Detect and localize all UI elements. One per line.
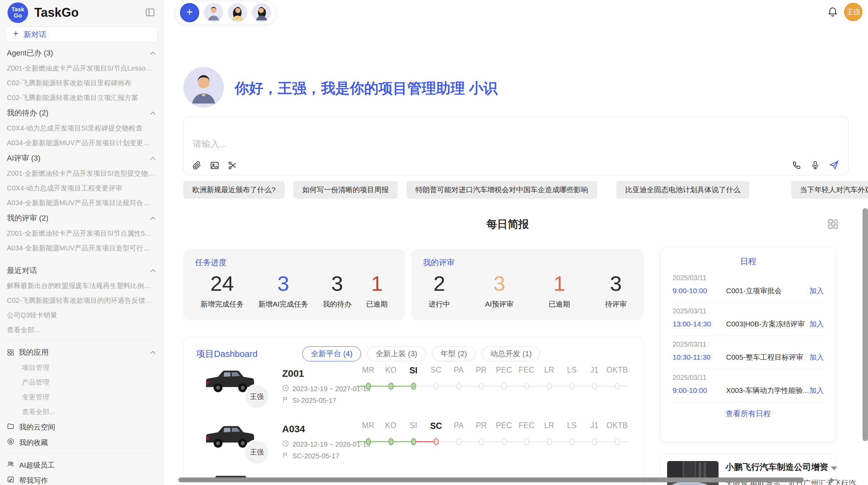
join-meeting-link[interactable]: 加入	[809, 352, 824, 362]
image-icon[interactable]	[210, 161, 219, 170]
horizontal-scrollbar[interactable]	[178, 477, 804, 482]
stat-new-completed-tasks: 24 新增完成任务	[201, 269, 244, 309]
sidebar-item-product-mgmt[interactable]: 产品管理	[7, 375, 156, 390]
section-header-my-todo[interactable]: 我的待办 (2)	[7, 105, 156, 121]
schedule-date: 2025/03/11	[673, 303, 824, 315]
section-header-agent-done[interactable]: Agent已办 (3)	[7, 45, 156, 61]
list-item[interactable]: A034-全新新能源MUV产品开发项目造型可行性评审	[7, 241, 156, 256]
sidebar-collapse-button[interactable]	[145, 7, 155, 18]
stat-value: 3	[258, 269, 308, 298]
join-meeting-link[interactable]: 加入	[809, 386, 824, 395]
tab-model-year[interactable]: 年型 (2)	[432, 346, 475, 361]
milestone-dot	[479, 438, 484, 445]
list-item[interactable]: C0X4-动力总成开发项目工程变更评审	[7, 181, 156, 196]
view-all-chats-link[interactable]: 查看全部...	[7, 323, 156, 337]
tab-new-platform[interactable]: 全新平台 (4)	[302, 346, 361, 361]
next-milestone-text: SC-2025-05-17	[292, 452, 339, 460]
stat-label: 进行中	[429, 299, 450, 309]
list-item[interactable]: 公司Q3轻卡销量	[7, 308, 156, 323]
send-icon[interactable]	[829, 160, 839, 170]
greeting-text: 你好，王强，我是你的项目管理助理 小识	[234, 78, 498, 99]
milestone-dot	[615, 438, 620, 445]
stat-value: 3	[323, 269, 352, 298]
project-row[interactable]: 王强 Z001 2023-12-19 ~ 2027-01-19 SI-2025-…	[184, 361, 644, 423]
sidebar-scroll-area: Agent已办 (3) Z001-全新燃油皮卡产品开发项目SI节点Lesson …	[0, 45, 163, 485]
suggestion-chip[interactable]: 如何写一份清晰的项目周报	[293, 181, 398, 199]
suggestion-chip[interactable]: 特朗普可能对进口汽车增税会对中国车企造成哪些影响	[407, 181, 597, 199]
milestone-label: OKTB	[606, 421, 628, 430]
flag-icon	[282, 452, 289, 460]
view-all-apps-link[interactable]: 查看全部...	[7, 405, 156, 419]
tab-powertrain-dev[interactable]: 动总开发 (1)	[482, 346, 540, 361]
section-header-ai-review[interactable]: AI评审 (3)	[7, 150, 156, 166]
milestone-label-current: SI	[402, 365, 425, 375]
chevron-up-icon	[150, 348, 156, 357]
main-content: 王强 你好，王强，我是你的项目管理助理 小识 欧洲新规最近颁布了什么? 如何写一…	[163, 0, 868, 485]
suggestion-chip[interactable]: 比亚迪全固态电池计划具体说了什么	[616, 181, 749, 199]
suggestion-chip[interactable]: 欧洲新规最近颁布了什么?	[183, 181, 285, 199]
divider	[7, 259, 156, 259]
section-header-recent-chats[interactable]: 最近对话	[7, 263, 156, 278]
sidebar-item-change-mgmt[interactable]: 变更管理	[7, 390, 156, 405]
list-item[interactable]: C0X4-动力总成开发项目SI里程碑提交物检查	[7, 121, 156, 136]
join-meeting-link[interactable]: 加入	[809, 319, 824, 329]
milestone-label: LS	[560, 421, 583, 430]
section-title: 我的待办 (2)	[7, 108, 150, 118]
view-all-schedule-link[interactable]: 查看所有日程	[673, 409, 824, 419]
microphone-icon[interactable]	[810, 160, 820, 170]
list-item[interactable]: C02-飞腾新能源轻客改款项目立项汇报方案	[7, 90, 156, 105]
assistant-avatar-3[interactable]	[252, 3, 271, 22]
section-header-my-apps[interactable]: 我的应用	[7, 345, 156, 360]
tab-new-body[interactable]: 全新上装 (3)	[367, 346, 426, 361]
list-item[interactable]: Z001-全新燃油皮卡产品开发项目SI节点Lesson Learn报告	[7, 61, 156, 76]
milestone-label: SI	[402, 421, 425, 430]
list-item[interactable]: A034-全新新能源MUV产品开发项目法规符合性评审	[7, 196, 156, 210]
list-item[interactable]: A034-全新新能源MUV产品开发项目计划变更表编写	[7, 136, 156, 150]
assistant-greeting-avatar	[183, 67, 224, 108]
project-row[interactable]: 王强 A034 2023-12-19 ~ 2026-01-19 SC-2025-…	[184, 417, 644, 478]
sidebar-item-project-mgmt[interactable]: 项目管理	[7, 360, 156, 375]
folder-icon	[7, 422, 14, 432]
sidebar-item-favorites[interactable]: 我的收藏	[7, 435, 156, 450]
suggestion-chip[interactable]: 当下年轻人对汽车外观有怎样的喜好趋势	[791, 181, 868, 199]
notification-bell-button[interactable]	[827, 6, 839, 19]
schedule-entry: 2025/03/11 13:00-14:30 C003|H0B-方案冻结评审 加…	[673, 303, 824, 336]
user-avatar[interactable]: 王强	[844, 3, 863, 21]
card-title: 我的评审	[423, 257, 632, 268]
scroll-right-arrow-icon[interactable]	[830, 477, 834, 483]
add-assistant-button[interactable]	[180, 3, 199, 22]
timeline-progress	[357, 441, 414, 442]
section-title: AI评审 (3)	[7, 153, 150, 163]
sidebar-item-help-me-write[interactable]: 帮我写作	[7, 473, 156, 485]
join-meeting-link[interactable]: 加入	[809, 286, 824, 296]
milestone-dot	[615, 383, 620, 390]
section-header-my-review[interactable]: 我的评审 (2)	[7, 210, 156, 226]
phone-call-icon[interactable]	[792, 160, 801, 170]
scroll-down-arrow-icon[interactable]	[831, 467, 837, 470]
assistant-avatar-2[interactable]	[228, 3, 247, 22]
milestone-dot	[456, 383, 461, 390]
assistant-avatar-1[interactable]	[204, 3, 223, 22]
new-chat-button[interactable]: 新对话	[5, 27, 158, 42]
briefing-layout-grid-icon[interactable]	[827, 218, 839, 230]
scissors-icon[interactable]	[228, 161, 237, 170]
list-item[interactable]: C02-飞腾新能源轻客改款项目的闭环通告反馈情况	[7, 293, 156, 308]
milestone-label: SC	[425, 365, 447, 375]
stat-value: 1	[366, 269, 388, 298]
project-name: A034	[282, 424, 305, 435]
project-owner-avatar: 王强	[244, 439, 269, 465]
sidebar-item-ai-super-staff[interactable]: AI超级员工	[7, 457, 156, 473]
list-item[interactable]: Z001-全新燃油轻卡产品开发项目SI节点属性5D文件评审	[7, 226, 156, 241]
panel-collapse-icon	[145, 7, 155, 18]
attachment-icon[interactable]	[192, 161, 202, 170]
chat-input[interactable]	[193, 139, 673, 149]
milestone-label: KO	[379, 421, 402, 430]
list-item[interactable]: Z001-全新燃油轻卡产品开发项目SI造型提交物评审	[7, 166, 156, 181]
sidebar-item-cloud-space[interactable]: 我的云空间	[7, 419, 156, 435]
vertical-scrollbar[interactable]	[863, 208, 868, 441]
milestone-label: LS	[560, 365, 583, 375]
list-item[interactable]: C02-飞腾新能源轻客改款项目里程碑画布	[7, 76, 156, 90]
milestone-dot	[456, 438, 461, 445]
milestone-label: PR	[470, 421, 493, 430]
list-item[interactable]: 解释最新出台的欧盟报废车法规再生塑料比例被调至15%...	[7, 278, 156, 293]
